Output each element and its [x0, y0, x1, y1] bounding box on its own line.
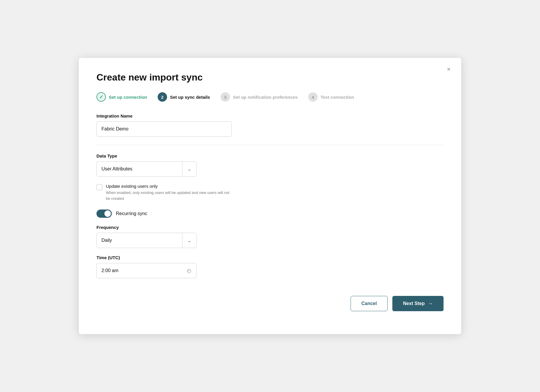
step-4: 4 Test connection — [308, 92, 354, 102]
frequency-label: Frequency — [96, 225, 444, 230]
checkbox-label: Update existing users only — [106, 184, 229, 189]
frequency-value: Daily — [97, 238, 182, 243]
step-4-circle: 4 — [308, 92, 318, 102]
stepper: ✓ Set up connection 2 Set up sync detail… — [96, 92, 444, 102]
modal-container: × Create new import sync ✓ Set up connec… — [79, 58, 461, 334]
data-type-value: User Attributes — [97, 166, 182, 172]
step-1: ✓ Set up connection — [96, 92, 147, 102]
step-4-label: Test connection — [321, 95, 354, 100]
checkbox-hint: When enabled, only existing users will b… — [106, 190, 229, 201]
toggle-knob — [104, 210, 111, 217]
step-2-number: 2 — [161, 95, 164, 100]
update-existing-checkbox[interactable] — [96, 184, 102, 190]
modal-title: Create new import sync — [96, 72, 444, 83]
recurring-sync-toggle-row: Recurring sync — [96, 210, 444, 218]
step-3: 3 Set up notification preferences — [221, 92, 298, 102]
section-divider — [96, 145, 444, 145]
time-value: 2:00 am — [97, 268, 182, 273]
clock-icon: ◴ — [182, 263, 196, 278]
checkmark-icon: ✓ — [99, 94, 103, 100]
step-4-number: 4 — [312, 95, 314, 100]
step-3-circle: 3 — [221, 92, 230, 102]
cancel-button[interactable]: Cancel — [351, 296, 388, 311]
integration-name-label: Integration Name — [96, 113, 444, 118]
checkbox-text-group: Update existing users only When enabled,… — [106, 184, 229, 201]
step-3-number: 3 — [224, 95, 226, 100]
next-step-label: Next Step — [403, 301, 425, 306]
frequency-select[interactable]: Daily ⌄ — [96, 233, 196, 248]
recurring-sync-toggle[interactable] — [96, 210, 112, 218]
chevron-down-icon[interactable]: ⌄ — [182, 162, 196, 176]
data-type-select[interactable]: User Attributes ⌄ — [96, 161, 196, 177]
data-type-field: Data Type User Attributes ⌄ — [96, 153, 444, 177]
toggle-label: Recurring sync — [116, 211, 147, 216]
step-1-label: Set up connection — [109, 95, 147, 100]
step-3-label: Set up notification preferences — [233, 95, 298, 100]
step-2: 2 Set up sync details — [158, 92, 210, 102]
update-existing-checkbox-row: Update existing users only When enabled,… — [96, 184, 444, 201]
data-type-label: Data Type — [96, 153, 444, 158]
frequency-chevron-icon[interactable]: ⌄ — [182, 233, 196, 248]
next-step-button[interactable]: Next Step → — [392, 296, 444, 311]
time-field: Time (UTC) 2:00 am ◴ — [96, 255, 444, 278]
footer: Cancel Next Step → — [96, 296, 444, 311]
step-1-circle: ✓ — [96, 92, 106, 102]
step-2-circle: 2 — [158, 92, 167, 102]
arrow-right-icon: → — [428, 301, 433, 307]
integration-name-field: Integration Name — [96, 113, 444, 137]
close-button[interactable]: × — [447, 66, 451, 73]
time-input-wrapper[interactable]: 2:00 am ◴ — [96, 263, 196, 278]
frequency-field: Frequency Daily ⌄ — [96, 225, 444, 248]
time-label: Time (UTC) — [96, 255, 444, 260]
step-2-label: Set up sync details — [170, 95, 210, 100]
integration-name-input[interactable] — [96, 121, 232, 137]
